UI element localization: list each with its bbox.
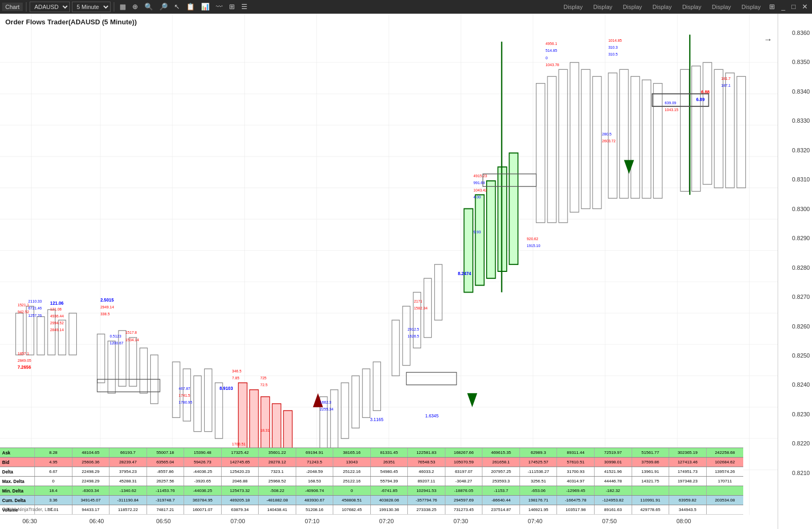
svg-text:181.7: 181.7 [721,76,731,81]
copyright: ©2022 NinjaTrader, LLC [2,507,53,512]
svg-text:2949.14: 2949.14 [101,304,114,309]
price-label: 0.8270 [780,294,810,300]
data-row-max-delta: Max. Delta022498.2945288.3126257.56-3920… [0,476,743,486]
price-label: 0.8350 [780,59,810,65]
data-cell: 174951.73 [669,467,706,476]
svg-text:346.5: 346.5 [232,368,242,373]
svg-text:1043.78: 1043.78 [545,62,559,67]
data-cell: 63959.82 [669,496,706,505]
svg-text:7.85: 7.85 [232,376,240,380]
row-label-max-delta: Max. Delta [0,479,34,484]
data-cell: -653.06 [519,486,557,495]
svg-text:4.00: 4.00 [473,194,481,199]
data-cell: -481882.08 [258,496,296,505]
data-cell: 28278.12 [258,458,296,467]
svg-text:1626.5: 1626.5 [408,334,419,339]
data-cell: 4.95 [34,458,72,467]
data-cell: 28239.47 [109,458,147,467]
template-icon[interactable]: 📋 [184,2,197,12]
display-5[interactable]: Display [678,3,706,11]
display-4[interactable]: Display [649,3,676,11]
close-icon[interactable]: ✕ [800,2,810,12]
data-cell: 110991.91 [632,496,669,505]
chart-title: Order Flows Trader(ADAUSD (5 Minute)) [5,18,136,26]
zoom-in-icon[interactable]: 🔍 [142,2,155,12]
data-cell: 174525.57 [519,458,557,467]
data-cell: 253593.3 [482,477,519,486]
svg-text:1857.1: 1857.1 [17,351,29,356]
svg-rect-63 [509,153,518,264]
svg-text:4936.44: 4936.44 [50,314,64,318]
price-label: 0.8280 [780,264,810,271]
price-label: 0.8220 [780,440,810,446]
price-label: 0.8290 [780,235,810,241]
data-cell: 294597.69 [445,496,482,505]
crosshair-icon[interactable]: ⊕ [130,2,140,12]
minimize-icon[interactable]: _ [779,2,787,12]
data-cell: -6303.34 [72,486,110,495]
data-cell: 63197.07 [445,467,482,476]
zoom-out-icon[interactable]: 🔎 [157,2,170,12]
data-cell [632,486,669,495]
svg-text:1.6345: 1.6345 [425,413,439,419]
data-cell: 8.28 [34,448,72,457]
grid-icon[interactable]: ⊞ [227,2,237,12]
chart-main[interactable]: Order Flows Trader(ADAUSD (5 Minute)) → [0,14,778,529]
svg-text:1517.8: 1517.8 [125,330,137,335]
data-cell: 429778.65 [632,505,669,514]
data-cell: 74817.21 [147,505,184,514]
data-cell: 55794.39 [370,477,408,486]
display-2[interactable]: Display [589,3,616,11]
data-cell: 46033.2 [407,467,445,476]
svg-text:187.1: 187.1 [721,83,731,88]
data-cell: 66193.7 [109,448,147,457]
data-cell: 44446.78 [594,477,632,486]
data-cell: 25606.36 [72,458,110,467]
data-row-bid: Bid4.9525606.3628239.4763565.0459426.731… [0,457,743,467]
data-row-ask: Ask8.2848104.6566193.755007.1815390.4817… [0,448,743,457]
data-row-delta: Delta6.6722498.2937954.23-8557.86-44036.… [0,467,743,476]
data-cell: 403828.06 [370,496,408,505]
data-cell: 63879.34 [221,505,259,514]
data-cell: 55007.18 [147,448,184,457]
svg-text:2912.5: 2912.5 [408,327,419,332]
chart-menu[interactable]: Chart [2,3,23,11]
data-cell: 0 [333,486,370,495]
svg-text:2.5015: 2.5015 [101,297,114,303]
data-cell: 22498.29 [72,477,110,486]
time-label: 06:40 [89,518,104,524]
data-cell: -11453.76 [147,486,184,495]
data-cell: 57610.51 [556,458,594,467]
data-cell: 344943.5 [669,505,706,514]
price-label: 0.8340 [780,88,810,95]
svg-text:1741.5: 1741.5 [179,393,190,398]
display-7[interactable]: Display [737,3,765,11]
svg-text:0: 0 [545,55,548,60]
data-cell: 26351 [370,458,408,467]
data-cell [706,505,744,514]
price-label: 0.8360 [780,30,810,36]
properties-icon[interactable]: 📊 [199,2,212,12]
display-3[interactable]: Display [619,3,646,11]
timeframe-selector[interactable]: 5 Minute [72,2,111,12]
data-cell: -8557.86 [147,467,184,476]
display-1[interactable]: Display [559,3,587,11]
symbol-selector[interactable]: ADAUSD [30,2,70,12]
data-cell: 168267.66 [445,448,482,457]
indicator-icon[interactable]: 〰 [214,2,225,12]
data-cell: 45288.31 [109,477,147,486]
display-6[interactable]: Display [708,3,735,11]
expand-icon[interactable]: ⊞ [767,2,777,12]
data-cell: -166475.78 [556,496,594,505]
data-cell: 17325.42 [221,448,259,457]
data-cell: 81331.45 [370,448,408,457]
list-icon[interactable]: ☰ [239,2,250,12]
data-cell: 127413.46 [669,458,706,467]
svg-text:1521.1: 1521.1 [17,302,29,307]
maximize-icon[interactable]: □ [789,2,798,12]
bar-chart-icon[interactable]: ▦ [117,2,128,12]
data-cell: 72519.97 [594,448,632,457]
cursor-icon[interactable]: ↖ [172,2,182,12]
svg-text:121.06: 121.06 [50,306,62,311]
data-cell [706,486,744,495]
